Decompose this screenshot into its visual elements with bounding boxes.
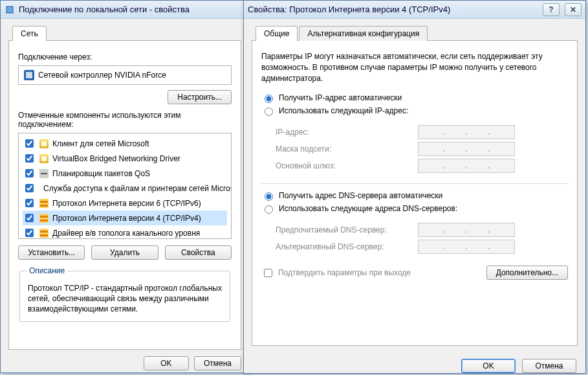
label-subnet-mask: Маска подсети: — [276, 144, 418, 153]
components-list[interactable]: Клиент для сетей Microsoft VirtualBox Br… — [18, 133, 232, 239]
ok-button[interactable]: OK — [144, 356, 189, 370]
radio-dns-manual[interactable] — [265, 205, 273, 214]
component-label: Клиент для сетей Microsoft — [52, 139, 149, 148]
help-button[interactable]: ? — [543, 3, 560, 16]
titlebar-left: Подключение по локальной сети - свойства — [1, 1, 249, 19]
label-gateway: Основной шлюз: — [276, 161, 418, 170]
component-checkbox[interactable] — [25, 184, 34, 192]
protocol-icon — [39, 214, 49, 223]
scheduler-icon — [39, 169, 49, 178]
component-label: Планировщик пакетов QoS — [52, 169, 150, 178]
install-button[interactable]: Установить... — [18, 245, 85, 260]
list-item[interactable]: Драйвер в/в тополога канального уровня — [23, 225, 227, 239]
list-item[interactable]: Протокол Интернета версии 4 (TCP/IPv4) — [23, 210, 227, 225]
radio-ip-auto[interactable] — [265, 95, 273, 103]
input-dns-preferred: ... — [418, 223, 515, 237]
label-dns-auto: Получить адрес DNS-сервера автоматически — [279, 191, 442, 200]
label-dns-preferred: Предпочитаемый DNS-сервер: — [276, 225, 418, 234]
list-item[interactable]: Клиент для сетей Microsoft — [23, 136, 227, 151]
ok-button[interactable]: OK — [461, 359, 516, 373]
component-label: Служба доступа к файлам и принтерам сете… — [43, 184, 232, 193]
properties-button[interactable]: Свойства — [165, 245, 232, 260]
component-checkbox[interactable] — [25, 229, 34, 237]
component-checkbox[interactable] — [25, 169, 34, 177]
component-checkbox[interactable] — [25, 139, 34, 148]
input-gateway: ... — [418, 159, 515, 173]
component-label: Драйвер в/в тополога канального уровня — [52, 229, 200, 238]
label-ip-manual: Использовать следующий IP-адрес: — [279, 106, 408, 115]
component-checkbox[interactable] — [25, 154, 34, 163]
label-ip-address: IP-адрес: — [276, 128, 418, 137]
network-adapter-icon — [5, 5, 15, 15]
cancel-button[interactable]: Отмена — [522, 359, 576, 373]
input-subnet-mask: ... — [418, 142, 515, 156]
service-icon — [39, 154, 49, 163]
label-dns-alt: Альтернативный DNS-сервер: — [276, 242, 418, 251]
label-ip-auto: Получить IP-адрес автоматически — [279, 93, 402, 102]
window-title: Свойства: Протокол Интернета версии 4 (T… — [248, 5, 540, 14]
list-item[interactable]: VirtualBox Bridged Networking Driver — [23, 151, 227, 166]
close-button[interactable]: ✕ — [565, 3, 582, 16]
component-checkbox[interactable] — [25, 199, 34, 207]
list-item[interactable]: Планировщик пакетов QoS — [23, 166, 227, 181]
configure-button[interactable]: Настроить... — [168, 90, 232, 104]
checkbox-confirm-on-exit[interactable] — [264, 269, 272, 277]
divider — [261, 183, 568, 184]
input-ip-address: ... — [418, 125, 515, 139]
radio-ip-manual[interactable] — [265, 108, 273, 116]
tab-alternate-config[interactable]: Альтернативная конфигурация — [299, 26, 428, 41]
list-item[interactable]: Служба доступа к файлам и принтерам сете… — [23, 181, 227, 196]
description-group-label: Описание — [27, 266, 67, 275]
uninstall-button[interactable]: Удалить — [91, 245, 158, 260]
advanced-button[interactable]: Дополнительно... — [486, 266, 568, 280]
client-icon — [39, 139, 49, 148]
tab-general[interactable]: Общие — [256, 26, 298, 41]
component-label: VirtualBox Bridged Networking Driver — [52, 154, 180, 163]
driver-icon — [39, 229, 49, 238]
adapter-box: Сетевой контроллер NVIDIA nForce — [18, 65, 232, 85]
component-checkbox[interactable] — [25, 214, 34, 222]
input-dns-alt: ... — [418, 240, 515, 254]
description-text: Протокол TCP/IP - стандартный протокол г… — [27, 280, 223, 315]
svg-rect-0 — [6, 6, 13, 13]
component-label: Протокол Интернета версии 6 (TCP/IPv6) — [52, 199, 201, 208]
window-title: Подключение по локальной сети - свойства — [19, 5, 245, 14]
protocol-icon — [39, 199, 49, 208]
list-item[interactable]: Протокол Интернета версии 6 (TCP/IPv6) — [23, 196, 227, 210]
tab-network[interactable]: Сеть — [12, 26, 47, 41]
info-text: Параметры IP могут назначаться автоматич… — [261, 51, 568, 84]
nic-icon — [24, 70, 34, 80]
radio-dns-auto[interactable] — [265, 192, 273, 201]
cancel-button[interactable]: Отмена — [194, 356, 241, 370]
label-connect-via: Подключение через: — [18, 52, 232, 62]
label-confirm-on-exit: Подтвердить параметры при выходе — [278, 268, 411, 277]
label-components: Отмеченные компоненты используются этим … — [18, 111, 232, 129]
adapter-name: Сетевой контроллер NVIDIA nForce — [38, 71, 166, 80]
component-label: Протокол Интернета версии 4 (TCP/IPv4) — [52, 214, 201, 223]
titlebar-right: Свойства: Протокол Интернета версии 4 (T… — [244, 1, 585, 19]
label-dns-manual: Использовать следующие адреса DNS-сервер… — [279, 204, 457, 213]
